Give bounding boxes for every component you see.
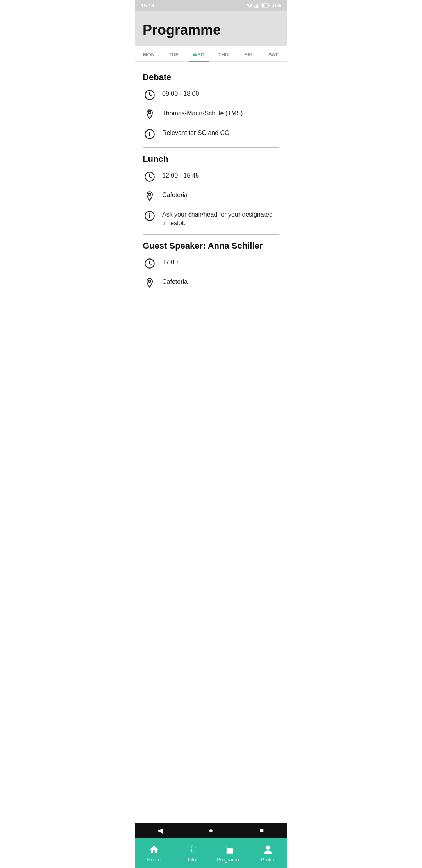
lunch-title: Lunch: [143, 154, 279, 164]
svg-point-14: [148, 193, 151, 195]
info-icon-lunch: [143, 209, 157, 223]
svg-rect-2: [256, 5, 257, 8]
debate-section: Debate 09:00 - 18:00 Thomas-Mann-Schule …: [143, 66, 279, 148]
clock-icon-guest: [143, 256, 157, 271]
signal-icon: [254, 3, 260, 8]
clock-icon-lunch: [143, 170, 157, 184]
tab-fri[interactable]: FRI: [236, 46, 261, 61]
lunch-info-row: Ask your chair/head for your designated …: [143, 209, 279, 228]
tab-thu[interactable]: THU: [211, 46, 236, 61]
debate-info-row: Relevant for SC and CC: [143, 127, 279, 141]
header: Programme: [135, 11, 287, 46]
guest-time-row: 17:00: [143, 256, 279, 271]
tab-sat[interactable]: SAT: [261, 46, 286, 61]
lunch-info: Ask your chair/head for your designated …: [162, 209, 279, 228]
wifi-icon: [247, 3, 253, 8]
svg-rect-7: [268, 5, 269, 6]
tab-tue[interactable]: TUE: [161, 46, 186, 61]
lunch-location-row: Cafeteria: [143, 189, 279, 203]
guest-speaker-section: Guest Speaker: Anna Schiller 17:00 Cafet…: [143, 235, 279, 290]
svg-rect-3: [257, 4, 258, 8]
svg-rect-6: [262, 4, 264, 7]
svg-point-0: [249, 7, 250, 8]
main-content: Debate 09:00 - 18:00 Thomas-Mann-Schule …: [135, 62, 287, 343]
debate-time: 09:00 - 18:00: [162, 88, 199, 98]
location-icon-guest: [143, 276, 157, 290]
lunch-time: 12:00 - 15:45: [162, 170, 199, 180]
status-bar: 15:18 31%: [135, 0, 287, 11]
status-icons: 31%: [247, 3, 281, 8]
svg-rect-4: [258, 3, 259, 8]
debate-info: Relevant for SC and CC: [162, 127, 229, 137]
lunch-time-row: 12:00 - 15:45: [143, 170, 279, 184]
debate-location-row: Thomas-Mann-Schule (TMS): [143, 108, 279, 122]
day-tabs: MON TUE WED THU FRI SAT: [135, 46, 287, 62]
location-icon-lunch: [143, 189, 157, 203]
tab-mon[interactable]: MON: [136, 46, 161, 61]
status-time: 15:18: [141, 3, 154, 9]
guest-speaker-title: Guest Speaker: Anna Schiller: [143, 241, 279, 251]
tab-wed[interactable]: WED: [186, 46, 211, 61]
info-icon-debate: [143, 127, 157, 141]
debate-location: Thomas-Mann-Schule (TMS): [162, 108, 243, 118]
lunch-location: Cafeteria: [162, 189, 188, 199]
battery-icon: [261, 3, 270, 8]
lunch-section: Lunch 12:00 - 15:45 Cafeteria: [143, 148, 279, 235]
guest-location-row: Cafeteria: [143, 276, 279, 290]
battery-level: 31%: [272, 3, 281, 8]
svg-rect-1: [254, 6, 256, 8]
svg-point-9: [148, 111, 151, 114]
debate-title: Debate: [143, 72, 279, 82]
svg-point-19: [148, 280, 151, 282]
guest-location: Cafeteria: [162, 276, 188, 286]
location-icon: [143, 108, 157, 122]
debate-time-row: 09:00 - 18:00: [143, 88, 279, 102]
guest-time: 17:00: [162, 256, 178, 267]
clock-icon: [143, 88, 157, 102]
page-title: Programme: [143, 22, 279, 38]
